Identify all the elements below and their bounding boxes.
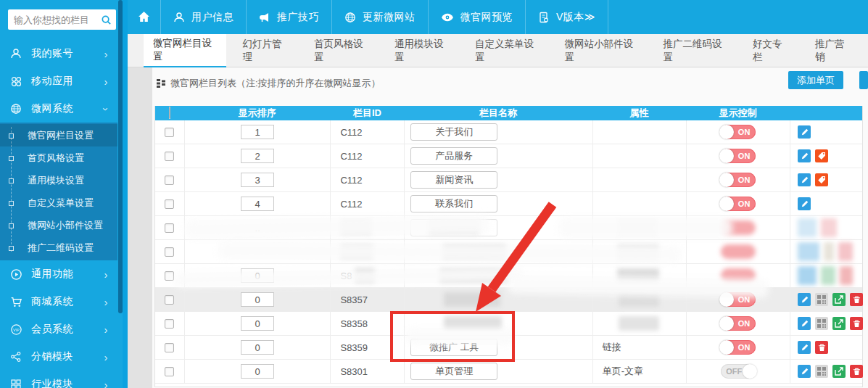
sort-order-input[interactable] (241, 125, 274, 139)
edit-icon[interactable] (798, 197, 811, 210)
sort-order-input[interactable] (241, 292, 274, 307)
sort-order-input[interactable] (241, 149, 274, 163)
nav-item-label: 微官网预览 (460, 11, 513, 24)
edit-icon[interactable] (798, 293, 811, 306)
sidebar-item-top-2[interactable]: 微网系统 › (0, 95, 117, 123)
edit-icon[interactable] (798, 365, 811, 378)
row-checkbox[interactable] (165, 247, 174, 257)
sidebar-scrollbar-track[interactable] (123, 0, 128, 388)
row-checkbox[interactable] (165, 223, 174, 233)
tab-8[interactable]: 推广营销 (806, 34, 861, 67)
export-icon[interactable] (832, 365, 846, 378)
tab-3[interactable]: 通用模块设置 (385, 34, 458, 67)
row-checkbox[interactable] (165, 128, 174, 137)
tab-7[interactable]: 好文专栏 (743, 34, 798, 67)
qr-code-icon[interactable] (815, 293, 828, 306)
column-name-button[interactable]: 产品服务 (410, 147, 497, 165)
tab-2[interactable]: 首页风格设置 (305, 34, 378, 67)
nav-item-label: 推广技巧 (277, 11, 319, 24)
sidebar-item-bottom-1[interactable]: 商城系统 › (0, 288, 117, 315)
tab-bar: 微官网栏目设置幻灯片管理首页风格设置通用模块设置自定义菜单设置微网站小部件设置推… (128, 34, 868, 67)
cart-icon (9, 295, 22, 308)
nav-item-globe[interactable]: 更新微网站 (332, 0, 429, 34)
display-toggle-on[interactable]: ON (721, 340, 756, 355)
sidebar-item-bottom-0[interactable]: 通用功能 › (0, 260, 117, 288)
edit-icon[interactable] (798, 317, 811, 330)
column-id: C112 (340, 151, 362, 162)
display-toggle-on[interactable]: ON (721, 173, 756, 187)
select-all-checkbox[interactable] (169, 107, 170, 119)
display-toggle-on[interactable]: ON (721, 125, 756, 139)
eye-icon (441, 13, 454, 22)
column-name-button[interactable]: 单页管理 (410, 363, 497, 380)
redacted-block (824, 242, 834, 261)
nav-item-person[interactable]: 用户信息 (161, 0, 247, 34)
sort-order-input[interactable] (241, 197, 274, 211)
nav-item-megaphone[interactable]: 推广技巧 (247, 0, 332, 34)
sidebar-item-bottom-3[interactable]: 分销模块 › (0, 343, 117, 371)
sidebar-subitem-4[interactable]: 微网站小部件设置 (0, 214, 117, 236)
sidebar-subitem-2[interactable]: 通用模块设置 (0, 169, 117, 191)
display-toggle-on[interactable]: ON (721, 197, 756, 211)
play-icon (9, 268, 22, 281)
sidebar-subitem-0[interactable]: 微官网栏目设置 (0, 124, 117, 146)
sidebar-subitem-5[interactable]: 推广二维码设置 (0, 236, 117, 259)
tag-icon[interactable] (815, 173, 828, 186)
tab-6[interactable]: 推广二维码设置 (654, 34, 737, 67)
tab-4[interactable]: 自定义菜单设置 (466, 34, 548, 67)
display-toggle-on[interactable]: ON (721, 316, 756, 331)
search-input[interactable] (14, 15, 101, 25)
tab-5[interactable]: 微网站小部件设置 (555, 34, 647, 67)
page-title: 微官网栏目列表（注:按排序的升序在微网站显示） (170, 77, 381, 90)
nav-item-eye[interactable]: 微官网预览 (429, 0, 526, 34)
export-icon[interactable] (832, 317, 846, 330)
redacted-block (798, 218, 817, 237)
delete-icon[interactable] (815, 341, 828, 354)
tab-0[interactable]: 微官网栏目设置 (144, 34, 226, 67)
delete-icon[interactable] (850, 317, 863, 330)
row-checkbox[interactable] (165, 271, 174, 281)
sidebar-subitem-3[interactable]: 自定义菜单设置 (0, 191, 117, 214)
nav-item-home[interactable] (128, 0, 161, 34)
row-checkbox[interactable] (165, 367, 174, 376)
sort-order-input[interactable] (241, 316, 274, 331)
sidebar-item-bottom-2[interactable]: VIP 会员系统 › (0, 315, 117, 343)
column-name-button[interactable]: 联系我们 (410, 195, 497, 212)
tab-1[interactable]: 幻灯片管理 (233, 34, 298, 67)
sort-order-input[interactable] (241, 364, 274, 379)
list-title-wrap: 微官网栏目列表（注:按排序的升序在微网站显示） (157, 77, 381, 90)
toolbar-secondary-button[interactable] (859, 71, 868, 89)
row-checkbox[interactable] (165, 199, 174, 209)
column-name-button[interactable]: 关于我们 (410, 123, 497, 141)
sidebar-item-top-0[interactable]: 我的账号 › (0, 40, 117, 67)
row-checkbox[interactable] (165, 176, 174, 185)
sidebar-item-top-1[interactable]: 移动应用 › (0, 67, 117, 95)
header-id: 栏目ID (331, 106, 405, 120)
edit-icon[interactable] (798, 149, 811, 162)
edit-icon[interactable] (798, 125, 811, 139)
tag-icon[interactable] (815, 149, 828, 162)
qr-code-icon[interactable] (815, 365, 828, 378)
sidebar-item-bottom-4[interactable]: 行业模块 › (0, 371, 117, 388)
export-icon[interactable] (832, 293, 846, 306)
nav-item-doc[interactable]: V版本≫ (526, 0, 608, 34)
display-toggle-on[interactable]: ON (721, 149, 756, 163)
display-toggle-off[interactable]: OFF (721, 364, 756, 379)
delete-icon[interactable] (850, 293, 863, 306)
row-checkbox[interactable] (165, 152, 174, 161)
sidebar-subitem-1[interactable]: 首页风格设置 (0, 146, 117, 169)
row-checkbox[interactable] (165, 343, 174, 352)
table-row: C112新闻资讯ON (155, 168, 862, 192)
row-checkbox[interactable] (165, 319, 174, 329)
sort-order-input[interactable] (241, 340, 274, 355)
delete-icon[interactable] (850, 365, 863, 378)
qr-code-icon[interactable] (815, 317, 828, 330)
search-icon[interactable] (101, 15, 112, 25)
sort-order-input[interactable] (241, 173, 274, 187)
add-page-button[interactable]: 添加单页 (788, 71, 843, 89)
column-name-button[interactable]: 新闻资讯 (410, 171, 497, 189)
edit-icon[interactable] (798, 341, 811, 354)
row-checkbox[interactable] (165, 295, 174, 305)
sidebar-item-label: 移动应用 (31, 75, 102, 88)
edit-icon[interactable] (798, 173, 811, 186)
